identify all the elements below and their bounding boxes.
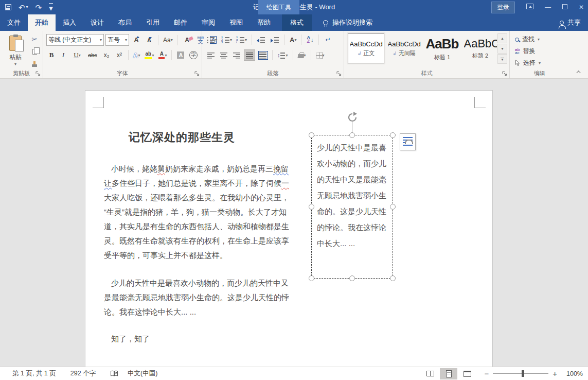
clear-formatting-button[interactable]: A: [181, 34, 193, 46]
cut-button[interactable]: ✂: [29, 34, 40, 45]
tell-me-search[interactable]: 操作说明搜索: [323, 14, 372, 31]
tab-file[interactable]: 文件: [0, 14, 28, 31]
text-box[interactable]: 少儿的天性中是最喜 欢小动物的，而少儿 的天性中又是最能毫 无顾忌地戕害弱小生 …: [311, 135, 393, 279]
underline-button[interactable]: U▾: [70, 49, 84, 61]
sign-in-button[interactable]: 登录: [491, 2, 515, 13]
zoom-slider[interactable]: [493, 373, 548, 374]
copy-button[interactable]: [29, 46, 40, 57]
subscript-button[interactable]: x₂: [101, 49, 112, 61]
character-shading-button[interactable]: A: [175, 49, 186, 61]
increase-indent-button[interactable]: [269, 34, 281, 45]
resize-handle-top-left[interactable]: [309, 132, 314, 138]
style-no-spacing[interactable]: AaBbCcDd ↲ 无间隔: [386, 33, 422, 63]
style-heading-1[interactable]: AaBbCcDd 标题 1: [424, 33, 460, 63]
replace-button[interactable]: abac替换: [515, 47, 541, 56]
justify-button[interactable]: [244, 49, 255, 61]
paste-button[interactable]: 粘贴 ▾: [4, 33, 27, 70]
rotation-handle[interactable]: [347, 112, 358, 123]
paragraph-3[interactable]: 知了，知了: [104, 332, 285, 346]
numbering-button[interactable]: 1 2 3▾: [220, 34, 234, 45]
zoom-slider-handle[interactable]: [522, 370, 524, 377]
print-layout-button[interactable]: [440, 368, 457, 379]
select-button[interactable]: 选择▾: [515, 59, 541, 67]
resize-handle-bottom-right[interactable]: [390, 275, 396, 281]
web-layout-button[interactable]: [458, 368, 476, 379]
align-center-button[interactable]: [218, 49, 229, 61]
find-button[interactable]: 查找▾: [515, 35, 541, 44]
line-spacing-button[interactable]: ↕▾: [276, 49, 290, 61]
align-right-button[interactable]: [231, 49, 242, 61]
resize-handle-middle-right[interactable]: [390, 204, 396, 210]
show-hide-marks-button[interactable]: ↵: [322, 34, 333, 45]
minimize-button[interactable]: —: [545, 4, 551, 11]
sort-button[interactable]: AZ↓: [305, 34, 315, 45]
close-button[interactable]: ✕: [579, 4, 584, 11]
format-painter-button[interactable]: [29, 59, 40, 70]
font-size-select[interactable]: 五号▾: [105, 34, 129, 46]
font-name-select[interactable]: 等线 (中文正文)▾: [46, 34, 104, 46]
maximize-button[interactable]: [562, 4, 567, 11]
highlight-color-button[interactable]: ab▾: [143, 49, 155, 61]
proofing-status[interactable]: [103, 367, 126, 380]
document-heading[interactable]: 记忆深处的那些生灵: [129, 130, 235, 145]
zoom-level[interactable]: 100%: [561, 370, 583, 377]
borders-button[interactable]: ▾: [314, 49, 326, 61]
tab-format-contextual[interactable]: 格式: [282, 14, 312, 31]
distributed-button[interactable]: [257, 49, 269, 61]
font-dialog-launcher[interactable]: [194, 71, 200, 77]
collapse-ribbon-button[interactable]: [576, 69, 583, 75]
italic-button[interactable]: I: [58, 49, 68, 61]
page-number-status[interactable]: 第 1 页, 共 1 页: [5, 367, 63, 380]
customize-qat-button[interactable]: ▾: [49, 3, 53, 12]
tab-view[interactable]: 视图: [222, 14, 250, 31]
change-case-button[interactable]: Aa▾: [162, 34, 174, 46]
tab-help[interactable]: 帮助: [250, 14, 278, 31]
tab-mailings[interactable]: 邮件: [167, 14, 194, 31]
resize-handle-top-middle[interactable]: [349, 132, 355, 138]
shrink-font-button[interactable]: A: [144, 34, 155, 46]
document-page[interactable]: 记忆深处的那些生灵 小时候，姥姥舅奶奶来家走亲戚，奶奶总是再三挽留 让多住些日子…: [85, 90, 493, 367]
font-color-button[interactable]: A▾: [157, 49, 168, 61]
language-status[interactable]: 中文(中国): [126, 367, 165, 380]
resize-handle-middle-left[interactable]: [309, 204, 314, 210]
read-mode-button[interactable]: [421, 368, 439, 379]
styles-gallery-expand-button[interactable]: ▼: [497, 54, 507, 64]
zoom-in-button[interactable]: +: [553, 370, 557, 377]
resize-handle-top-right[interactable]: [390, 132, 396, 138]
redo-button[interactable]: ↷: [35, 4, 42, 11]
style-normal[interactable]: AaBbCcDd ↲ 正文: [348, 33, 384, 63]
undo-button[interactable]: ↶▾: [19, 4, 28, 11]
paragraph-1[interactable]: 小时候，姥姥舅奶奶来家走亲戚，奶奶总是再三挽留 让多住些日子，她们总是说，家里离…: [104, 162, 285, 263]
tab-review[interactable]: 审阅: [194, 14, 222, 31]
styles-dialog-launcher[interactable]: [502, 71, 508, 77]
character-scaling-button[interactable]: A▾: [288, 34, 298, 45]
bold-button[interactable]: B: [46, 49, 57, 61]
clipboard-dialog-launcher[interactable]: [35, 71, 41, 77]
word-count-status[interactable]: 292 个字: [63, 367, 103, 380]
grow-font-button[interactable]: A: [131, 34, 142, 46]
layout-options-button[interactable]: [400, 133, 416, 150]
align-left-button[interactable]: [205, 49, 217, 61]
document-area[interactable]: 记忆深处的那些生灵 小时候，姥姥舅奶奶来家走亲戚，奶奶总是再三挽留 让多住些日子…: [0, 79, 588, 367]
strikethrough-button[interactable]: abc: [86, 49, 99, 61]
paragraph-dialog-launcher[interactable]: [336, 71, 342, 77]
bullets-button[interactable]: ▾: [205, 34, 219, 45]
tab-home[interactable]: 开始: [28, 14, 56, 31]
superscript-button[interactable]: x²: [114, 49, 125, 61]
share-button[interactable]: 共享: [560, 14, 581, 31]
zoom-out-button[interactable]: −: [484, 370, 489, 377]
resize-handle-bottom-middle[interactable]: [349, 275, 355, 281]
shading-button[interactable]: ▾: [296, 49, 308, 61]
style-heading-2[interactable]: AaBbC 标题 2: [462, 33, 498, 63]
text-effects-button[interactable]: A▾: [132, 49, 141, 61]
styles-scroll-down-button[interactable]: ▼: [497, 44, 507, 54]
text-box-content[interactable]: 少儿的天性中是最喜 欢小动物的，而少儿 的天性中又是最能毫 无顾忌地戕害弱小生 …: [317, 140, 390, 251]
decrease-indent-button[interactable]: [255, 34, 268, 45]
tab-insert[interactable]: 插入: [56, 14, 83, 31]
paragraph-2[interactable]: 少儿的天性中是最喜欢小动物的，而少儿的天性中又 是最能毫无顾忌地戕害弱小生命的。…: [104, 276, 285, 319]
tab-design[interactable]: 设计: [83, 14, 111, 31]
styles-scroll-up-button[interactable]: ▲: [497, 33, 507, 43]
tab-layout[interactable]: 布局: [111, 14, 139, 31]
tab-references[interactable]: 引用: [139, 14, 167, 31]
resize-handle-bottom-left[interactable]: [309, 275, 314, 281]
